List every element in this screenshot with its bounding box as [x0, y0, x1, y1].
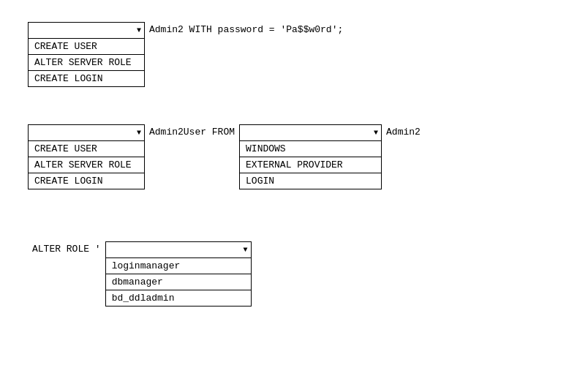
dropdown-row3-header[interactable]: ▼ — [106, 242, 251, 258]
list-item[interactable]: bd_ddladmin — [106, 290, 251, 306]
row2-text1: Admin2User FROM — [149, 124, 235, 138]
list-item[interactable]: ALTER SERVER ROLE — [29, 157, 144, 173]
chevron-down-icon: ▼ — [137, 26, 141, 34]
list-item[interactable]: CREATE LOGIN — [29, 71, 144, 86]
row3-text1: ALTER ROLE ' — [32, 241, 101, 255]
dropdown-row3[interactable]: ▼ loginmanager dbmanager bd_ddladmin — [105, 241, 252, 307]
row1: ▼ CREATE USER ALTER SERVER ROLE CREATE L… — [28, 22, 347, 87]
list-item[interactable]: CREATE USER — [29, 141, 144, 157]
row1-text: Admin2 WITH password = 'Pa$$w0rd'; — [149, 22, 343, 35]
list-item[interactable]: CREATE LOGIN — [29, 173, 144, 189]
dropdown-row2-left[interactable]: ▼ CREATE USER ALTER SERVER ROLE CREATE L… — [28, 124, 145, 189]
row3: ALTER ROLE ' ▼ loginmanager dbmanager bd… — [28, 241, 252, 307]
row2-text2: Admin2 — [386, 124, 421, 138]
dropdown-row2-left-header[interactable]: ▼ — [29, 125, 144, 141]
list-item[interactable]: ALTER SERVER ROLE — [29, 55, 144, 71]
list-item[interactable]: loginmanager — [106, 258, 251, 274]
dropdown-row2-right[interactable]: ▼ WINDOWS EXTERNAL PROVIDER LOGIN — [239, 124, 382, 189]
dropdown-row1-header[interactable]: ▼ — [29, 23, 144, 39]
list-item[interactable]: LOGIN — [240, 173, 381, 189]
dropdown-row2-right-header[interactable]: ▼ — [240, 125, 381, 141]
list-item[interactable]: EXTERNAL PROVIDER — [240, 157, 381, 173]
chevron-down-icon: ▼ — [137, 129, 141, 137]
chevron-down-icon: ▼ — [374, 129, 378, 137]
list-item[interactable]: dbmanager — [106, 274, 251, 290]
list-item[interactable]: WINDOWS — [240, 141, 381, 157]
list-item[interactable]: CREATE USER — [29, 39, 144, 55]
dropdown-row1[interactable]: ▼ CREATE USER ALTER SERVER ROLE CREATE L… — [28, 22, 145, 87]
chevron-down-icon: ▼ — [244, 246, 248, 254]
row2: ▼ CREATE USER ALTER SERVER ROLE CREATE L… — [28, 124, 425, 189]
